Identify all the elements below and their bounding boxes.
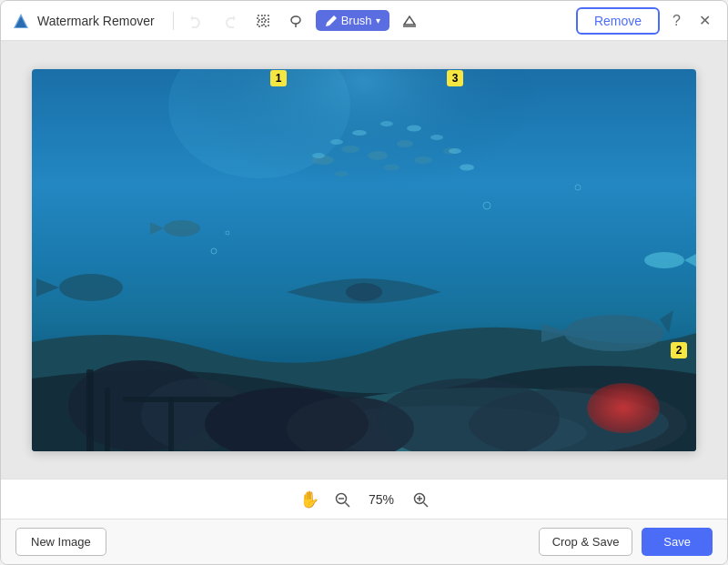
- svg-point-22: [334, 171, 349, 177]
- titlebar: Watermark Remover Brush ▾: [1, 1, 727, 41]
- svg-point-33: [564, 315, 664, 351]
- app-logo-icon: [12, 12, 30, 30]
- svg-point-19: [397, 140, 413, 147]
- crop-save-button[interactable]: Crop & Save: [539, 528, 633, 556]
- main-content: 1 3 2: [1, 41, 727, 479]
- image-canvas[interactable]: [32, 69, 696, 451]
- svg-rect-5: [264, 22, 268, 26]
- pan-tool-button[interactable]: ✋: [299, 489, 319, 510]
- svg-point-44: [644, 252, 684, 268]
- svg-point-24: [352, 130, 367, 136]
- brush-dropdown-icon: ▾: [376, 15, 380, 25]
- remove-button[interactable]: Remove: [576, 7, 660, 35]
- svg-point-46: [226, 231, 229, 235]
- svg-point-29: [460, 164, 474, 170]
- undo-button[interactable]: [185, 10, 210, 32]
- svg-point-18: [368, 151, 388, 160]
- svg-rect-2: [258, 15, 262, 20]
- new-image-button[interactable]: New Image: [15, 528, 106, 556]
- redo-button[interactable]: [217, 10, 243, 32]
- svg-rect-3: [264, 15, 268, 20]
- svg-point-26: [407, 125, 421, 131]
- erase-tool-button[interactable]: [397, 10, 422, 32]
- svg-line-50: [346, 502, 350, 507]
- svg-rect-4: [258, 22, 262, 26]
- erase-icon: [402, 14, 417, 28]
- svg-rect-42: [123, 397, 232, 402]
- callout-badge-3: 3: [447, 70, 463, 86]
- zoom-in-icon[interactable]: [412, 491, 429, 508]
- save-button[interactable]: Save: [642, 528, 713, 556]
- select-tool-button[interactable]: [250, 10, 276, 32]
- svg-point-14: [59, 274, 123, 301]
- svg-point-45: [211, 248, 217, 254]
- svg-point-27: [430, 135, 443, 140]
- select-icon: [256, 14, 270, 28]
- zoom-out-icon[interactable]: [334, 491, 350, 508]
- lasso-icon: [288, 14, 303, 28]
- callout-badge-2: 2: [671, 342, 687, 358]
- brush-tool-button[interactable]: Brush ▾: [316, 10, 389, 31]
- help-button[interactable]: ?: [667, 9, 686, 33]
- svg-point-31: [312, 153, 325, 158]
- callout-badge-1: 1: [270, 70, 287, 86]
- svg-point-25: [380, 121, 393, 126]
- brush-icon: [325, 15, 338, 27]
- svg-point-23: [383, 164, 399, 170]
- svg-point-30: [330, 139, 343, 145]
- close-icon: ✕: [699, 13, 711, 28]
- svg-point-17: [341, 146, 359, 153]
- svg-point-15: [164, 220, 200, 237]
- undo-icon: [190, 14, 205, 28]
- svg-point-6: [291, 16, 300, 24]
- redo-icon: [223, 14, 238, 28]
- underwater-image: [32, 69, 696, 451]
- toolbar-divider: [173, 12, 174, 30]
- lasso-tool-button[interactable]: [283, 10, 308, 32]
- svg-line-53: [424, 502, 429, 507]
- app-title: Watermark Remover: [37, 14, 155, 28]
- footer-right: Crop & Save Save: [539, 528, 713, 556]
- help-icon: ?: [672, 13, 681, 28]
- svg-point-48: [575, 185, 581, 190]
- svg-point-20: [414, 156, 432, 164]
- svg-rect-43: [168, 397, 174, 451]
- zoom-percent: 75%: [365, 492, 398, 507]
- svg-point-32: [346, 283, 382, 301]
- zoom-bar: ✋ 75%: [1, 479, 727, 519]
- svg-point-28: [449, 148, 461, 154]
- svg-rect-40: [86, 369, 94, 451]
- brush-label: Brush: [341, 14, 372, 27]
- svg-rect-41: [105, 388, 110, 451]
- close-button[interactable]: ✕: [693, 8, 716, 33]
- footer: New Image Crop & Save Save: [1, 519, 727, 564]
